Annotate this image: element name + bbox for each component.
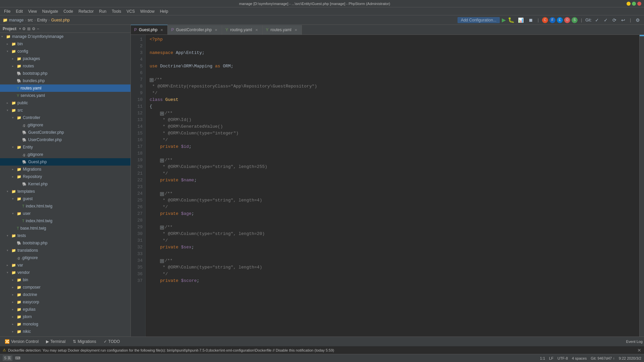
tree-item-monolog_folder[interactable]: ▸📁monolog <box>0 320 130 328</box>
tree-item-var_folder[interactable]: ▸📁var <box>0 261 130 269</box>
stop-button[interactable]: ⏹ <box>527 17 534 23</box>
run-button[interactable]: ▶ <box>502 17 506 23</box>
git-revert-button[interactable]: ↩ <box>620 17 627 23</box>
tree-item-templates[interactable]: ▾📁templates <box>0 188 130 195</box>
tree-item-user_index_twig[interactable]: Tindex.html.twig <box>0 217 130 225</box>
opera-icon[interactable]: O <box>564 17 570 23</box>
menu-window[interactable]: Window <box>138 8 157 14</box>
tree-item-entity_gitignore[interactable]: .g.gitignore <box>0 151 130 158</box>
sidebar-gear-icon[interactable]: ⚙ <box>32 26 36 31</box>
git-history-button[interactable]: ⟳ <box>611 17 618 23</box>
keyboard-icon[interactable]: ⌨ <box>15 356 20 360</box>
safari-icon[interactable]: S <box>572 17 578 23</box>
menu-code[interactable]: Code <box>61 8 76 14</box>
tab-close-guestcontroller[interactable]: ✕ <box>214 27 218 32</box>
tree-item-Controller[interactable]: ▾📁Controller <box>0 114 130 121</box>
tree-item-vendor_bin[interactable]: ▸📁bin <box>0 276 130 284</box>
input-method-icon[interactable]: S 英 <box>3 355 12 361</box>
tree-item-egulias_folder[interactable]: ▸📁egulias <box>0 306 130 313</box>
tree-item-packages[interactable]: ▸📁packages <box>0 55 130 62</box>
menu-refactor[interactable]: Refactor <box>76 8 96 14</box>
tree-item-bin[interactable]: ▸📁bin <box>0 40 130 48</box>
tree-item-jdorn_folder[interactable]: ▸📁jdorn <box>0 313 130 320</box>
breadcrumb-manage-label[interactable]: manage <box>9 18 23 22</box>
edge-icon[interactable]: E <box>557 17 563 23</box>
tree-item-translations[interactable]: ▾📁translations <box>0 247 130 254</box>
menu-edit[interactable]: Edit <box>13 8 25 14</box>
tree-item-index_html_twig[interactable]: Tindex.html.twig <box>0 202 130 210</box>
debug-button[interactable]: 🐛 <box>508 17 515 23</box>
menu-help[interactable]: Help <box>157 8 171 14</box>
tree-item-Kernel_php[interactable]: 🐘Kernel.php <box>0 180 130 188</box>
tree-item-ctrl_gitignore[interactable]: .g.gitignore <box>0 121 130 129</box>
tree-item-manage[interactable]: ▾📁manage D:\symfony\manage <box>0 33 130 40</box>
breadcrumb-manage[interactable]: 📁 <box>3 18 8 22</box>
tab-close-guest[interactable]: ✕ <box>159 27 164 32</box>
encoding[interactable]: UTF-8 <box>557 356 568 360</box>
tree-item-Migrations[interactable]: ▸📁Migrations <box>0 166 130 173</box>
tree-item-nikic_folder[interactable]: ▸📁nikic <box>0 328 130 335</box>
tree-item-ocramius_folder[interactable]: ▸📁ocramius <box>0 335 130 337</box>
tab-routing-yaml[interactable]: Y routing.yaml ✕ <box>222 25 262 35</box>
tab-close-routes[interactable]: ✕ <box>293 27 298 32</box>
event-log-label[interactable]: Event Log <box>626 340 643 344</box>
menu-tools[interactable]: Tools <box>109 8 124 14</box>
tree-item-base_twig[interactable]: Tbase.html.twig <box>0 225 130 232</box>
tree-item-UserController[interactable]: 🐘UserController.php <box>0 136 130 143</box>
tree-item-services_yaml[interactable]: Yservices.yaml <box>0 92 130 99</box>
breadcrumb-src[interactable]: src <box>28 18 33 22</box>
menu-vcs[interactable]: VCS <box>124 8 138 14</box>
tab-guest-php[interactable]: P Guest.php ✕ <box>131 25 168 35</box>
tree-item-vendor_folder[interactable]: ▾📁vendor <box>0 269 130 276</box>
tab-routes-yaml[interactable]: Y routes.yaml ✕ <box>263 25 302 35</box>
tree-item-trans_gitignore[interactable]: .g.gitignore <box>0 254 130 261</box>
tree-item-routes[interactable]: ▸📁routes <box>0 62 130 70</box>
indent-setting[interactable]: 4 spaces <box>572 356 587 360</box>
tree-item-src[interactable]: ▾📁src <box>0 107 130 114</box>
tab-close-routing[interactable]: ✕ <box>254 27 259 32</box>
chrome-icon[interactable]: C <box>542 17 548 23</box>
tree-item-routes_yaml[interactable]: Yroutes.yaml <box>0 84 130 92</box>
tree-item-guest_folder[interactable]: ▾📁guest <box>0 195 130 202</box>
menu-run[interactable]: Run <box>96 8 109 14</box>
tree-item-doctrine_folder[interactable]: ▸📁doctrine <box>0 291 130 298</box>
tree-item-bundles_php[interactable]: 🐘bundles.php <box>0 77 130 84</box>
breadcrumb-file[interactable]: Guest.php <box>51 18 69 22</box>
breadcrumb-entity[interactable]: Entity <box>37 18 47 22</box>
tab-migrations[interactable]: ⇅ Migrations <box>69 338 99 346</box>
tree-item-user_folder[interactable]: ▾📁user <box>0 210 130 217</box>
menu-file[interactable]: File <box>1 8 13 14</box>
code-content[interactable]: <?php namespace App\Entity; use Doctrine… <box>146 35 639 337</box>
tree-item-bootstrap_php[interactable]: 🐘bootstrap.php <box>0 70 130 77</box>
firefox-icon[interactable]: F <box>549 17 555 23</box>
line-separator[interactable]: LF <box>549 356 553 360</box>
run-with-coverage-button[interactable]: 📊 <box>517 17 525 23</box>
tree-item-easycorp_folder[interactable]: ▸📁easycorp <box>0 298 130 306</box>
maximize-button[interactable] <box>632 2 636 6</box>
menu-navigate[interactable]: Navigate <box>40 8 61 14</box>
notification-close-button[interactable]: ✕ <box>637 348 641 353</box>
tab-version-control[interactable]: 🔀 Version Control <box>1 338 42 346</box>
sidebar-collapse-icon[interactable]: − <box>37 26 39 31</box>
menu-view[interactable]: View <box>25 8 40 14</box>
tab-terminal[interactable]: ▶ Terminal <box>43 338 69 346</box>
add-configuration-button[interactable]: Add Configuration... <box>458 17 500 23</box>
tree-item-GuestController[interactable]: 🐘GuestController.php <box>0 129 130 136</box>
tree-item-public[interactable]: ▸📁public <box>0 99 130 107</box>
close-button[interactable] <box>637 2 641 6</box>
tab-todo[interactable]: ✓ TODO <box>100 338 123 346</box>
git-push-button[interactable]: ✓ <box>602 17 609 23</box>
git-update-button[interactable]: ✓ <box>594 17 600 23</box>
tree-item-Repository[interactable]: ▸📁Repository <box>0 173 130 180</box>
minimize-button[interactable] <box>627 2 631 6</box>
tab-guestcontroller-php[interactable]: P GuestController.php ✕ <box>168 25 222 35</box>
tree-item-tests[interactable]: ▾📁tests <box>0 232 130 239</box>
sidebar-layout-icon[interactable]: ⊞ <box>27 26 31 31</box>
settings-button[interactable]: ⚙ <box>634 17 641 23</box>
tree-item-tests_bootstrap[interactable]: 🐘bootstrap.php <box>0 239 130 247</box>
tree-item-Guest_php[interactable]: 🐘Guest.php <box>0 158 130 166</box>
tree-item-config[interactable]: ▾📁config <box>0 48 130 55</box>
sidebar-settings-icon[interactable]: ⚙ <box>22 26 26 31</box>
tree-item-Entity[interactable]: ▾📁Entity <box>0 143 130 151</box>
tree-item-composer_folder[interactable]: ▸📁composer <box>0 284 130 291</box>
